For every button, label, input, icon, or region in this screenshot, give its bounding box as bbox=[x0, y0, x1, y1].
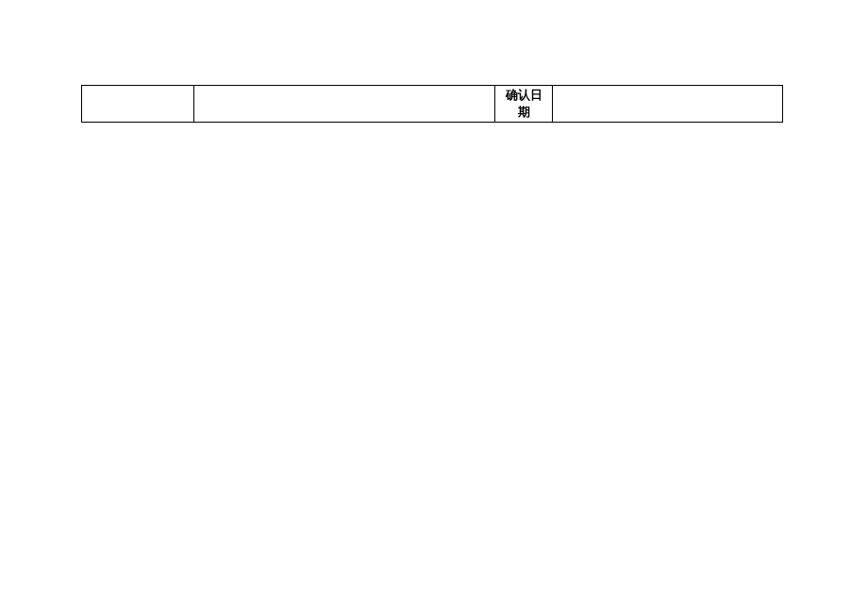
cell-confirm-date-label: 确认日期 bbox=[495, 86, 553, 123]
table-row: 确认日期 bbox=[82, 86, 783, 123]
cell-1 bbox=[82, 86, 194, 123]
form-table: 确认日期 bbox=[81, 85, 782, 123]
table: 确认日期 bbox=[81, 85, 783, 123]
cell-2 bbox=[194, 86, 495, 123]
cell-confirm-date-value bbox=[553, 86, 783, 123]
